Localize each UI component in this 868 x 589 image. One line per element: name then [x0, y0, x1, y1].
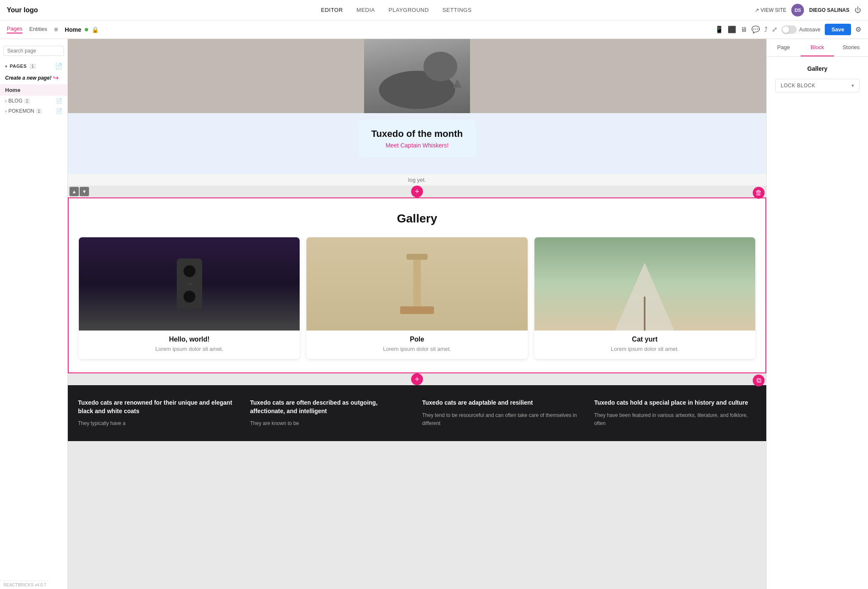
- gallery-block[interactable]: Gallery Hello, world! Lorem ipsum dol: [68, 197, 766, 373]
- card-1-title: Hello, world!: [79, 336, 300, 343]
- sidebar-item-home[interactable]: Home: [0, 84, 67, 96]
- pole-base: [400, 306, 434, 314]
- desktop-icon[interactable]: 🖥: [740, 26, 747, 33]
- hero-card: Tuxedo of the month Meet Captain Whisker…: [359, 120, 476, 157]
- status-dot: [85, 28, 88, 31]
- pokemon-count: 1: [36, 108, 42, 114]
- gallery-panel-label: Gallery: [772, 62, 863, 75]
- view-site-button[interactable]: ↗ VIEW SITE: [755, 7, 787, 13]
- block-up-button[interactable]: ▲: [70, 187, 79, 196]
- sidebar: 🔍 ▾ PAGES 1 📄 Create a new page! ↪ Home …: [0, 39, 68, 589]
- lock-block-row[interactable]: LOCK BLOCK ▾: [775, 79, 860, 92]
- card-3-image: [534, 237, 755, 331]
- second-toolbar: Pages Entities ≡ Home 🔒 📱 ⬛ 🖥 💬 ⤴ ⤢ Auto…: [0, 20, 868, 39]
- footer-col-1-title: Tuxedo cats are renowned for their uniqu…: [78, 399, 240, 415]
- block-delete-button-2[interactable]: ⧉: [753, 375, 765, 386]
- pages-label: PAGES: [10, 64, 27, 69]
- chevron-down-icon: ▾: [5, 64, 7, 69]
- nav-media[interactable]: MEDIA: [356, 7, 375, 13]
- blog-page-icon: 📄: [56, 98, 62, 104]
- card-3-desc: Lorem ipsum dolor sit amet.: [534, 346, 755, 352]
- toolbar-right: 📱 ⬛ 🖥 💬 ⤴ ⤢ Autosave Save ⚙: [715, 24, 861, 35]
- tower-hole-top: [184, 265, 195, 277]
- preview-icon[interactable]: 💬: [751, 25, 760, 33]
- nav-editor[interactable]: EDITOR: [321, 7, 343, 13]
- sidebar-section-pokemon[interactable]: › POKEMON 1 📄: [0, 106, 67, 116]
- autosave-toggle[interactable]: Autosave: [782, 25, 821, 34]
- lock-block-text: LOCK BLOCK: [781, 83, 815, 89]
- home-page-label: Home: [5, 87, 20, 93]
- card-1-image: [79, 237, 300, 331]
- menu-dots-icon[interactable]: ≡: [54, 26, 58, 33]
- gallery-card-2[interactable]: Pole Lorem ipsum dolor sit amet.: [306, 237, 527, 359]
- chevron-down-icon: ▾: [851, 83, 854, 89]
- pole-shaft: [413, 260, 421, 306]
- toggle-switch[interactable]: [782, 25, 797, 34]
- blog-count: 1: [24, 98, 30, 104]
- card-2-desc: Lorem ipsum dolor sit amet.: [306, 346, 527, 352]
- user-name: DIEGO SALINAS: [809, 7, 849, 13]
- nav-settings[interactable]: SETTINGS: [442, 7, 472, 13]
- pages-section-header: ▾ PAGES 1 📄: [0, 61, 67, 71]
- logo: Your logo: [7, 6, 38, 14]
- editor-area[interactable]: Tuxedo of the month Meet Captain Whisker…: [68, 39, 766, 589]
- view-site-label: VIEW SITE: [761, 7, 787, 13]
- footer-col-1: Tuxedo cats are renowned for their uniqu…: [78, 399, 240, 428]
- search-input[interactable]: [7, 48, 71, 54]
- search-box[interactable]: 🔍: [3, 46, 64, 56]
- right-panel: Page Block Stories Gallery LOCK BLOCK ▾: [766, 39, 868, 589]
- add-block-area-2: + ⧉: [68, 373, 766, 385]
- gallery-card-1[interactable]: Hello, world! Lorem ipsum dolor sit amet…: [79, 237, 300, 359]
- create-new-label: Create a new page!: [5, 75, 51, 81]
- add-page-icon[interactable]: 📄: [55, 63, 62, 69]
- card-1-desc: Lorem ipsum dolor sit amet.: [79, 346, 300, 352]
- footer-col-2-title: Tuxedo cats are often described as outgo…: [250, 399, 412, 415]
- sidebar-section-blog[interactable]: › BLOG 1 📄: [0, 96, 67, 106]
- hero-block: Tuxedo of the month Meet Captain Whisker…: [68, 39, 766, 186]
- main-layout: 🔍 ▾ PAGES 1 📄 Create a new page! ↪ Home …: [0, 39, 868, 589]
- block-delete-button-1[interactable]: 🗑: [753, 187, 765, 199]
- footer-col-2-text: They are known to be: [250, 420, 412, 428]
- share-icon[interactable]: ⤴: [764, 26, 768, 33]
- add-block-button-1[interactable]: +: [411, 186, 423, 197]
- add-block-area-1: + ▲ ▼ 🗑: [68, 186, 766, 197]
- pokemon-section-name: › POKEMON 1: [5, 108, 42, 114]
- nav-right: ↗ VIEW SITE DS DIEGO SALINAS ⏻: [755, 4, 861, 17]
- pokemon-page-icon: 📄: [56, 108, 62, 114]
- footer-col-3: Tuxedo cats are adaptable and resilient …: [422, 399, 584, 428]
- save-button[interactable]: Save: [825, 24, 851, 35]
- arrow-icon: ↪: [53, 74, 58, 82]
- right-tab-stories[interactable]: Stories: [834, 39, 868, 56]
- mobile-icon[interactable]: 📱: [715, 25, 723, 33]
- tower-hole-bottom: [184, 291, 195, 303]
- footer-col-2: Tuxedo cats are often described as outgo…: [250, 399, 412, 428]
- tab-entities[interactable]: Entities: [29, 26, 47, 33]
- blog-text: log yet.: [68, 174, 766, 186]
- tablet-icon[interactable]: ⬛: [728, 25, 736, 33]
- autosave-label: Autosave: [799, 27, 821, 33]
- right-tab-block[interactable]: Block: [801, 39, 835, 56]
- nav-playground[interactable]: PLAYGROUND: [389, 7, 429, 13]
- footer-block: Tuxedo cats are renowned for their uniqu…: [68, 385, 766, 441]
- footer-col-4: Tuxedo cats hold a special place in hist…: [594, 399, 756, 428]
- expand-icon[interactable]: ⤢: [772, 25, 777, 33]
- nav-links: EDITOR MEDIA PLAYGROUND SETTINGS: [321, 7, 472, 13]
- settings-icon[interactable]: ⚙: [855, 25, 861, 33]
- block-down-button[interactable]: ▼: [80, 187, 89, 196]
- card-2-image: [306, 237, 527, 331]
- power-icon[interactable]: ⏻: [854, 6, 861, 14]
- gallery-card-3[interactable]: Cat yurt Lorem ipsum dolor sit amet.: [534, 237, 755, 359]
- lock-icon: 🔒: [92, 26, 99, 33]
- tab-pages[interactable]: Pages: [7, 25, 22, 33]
- reactbricks-footer: REACTBRICKS v4.0.7: [0, 581, 50, 589]
- avatar[interactable]: DS: [791, 4, 804, 17]
- footer-col-3-title: Tuxedo cats are adaptable and resilient: [422, 399, 584, 407]
- right-tab-page[interactable]: Page: [767, 39, 801, 56]
- rb-label: REACTBRICKS v4.0.7: [3, 583, 46, 587]
- footer-col-3-text: They tend to be resourceful and can ofte…: [422, 411, 584, 428]
- add-block-button-2[interactable]: +: [411, 373, 423, 385]
- create-new-page[interactable]: Create a new page! ↪: [0, 71, 67, 84]
- pole-shape: [400, 254, 434, 314]
- card-2-title: Pole: [306, 336, 527, 343]
- page-title-area: Home 🔒: [65, 26, 99, 33]
